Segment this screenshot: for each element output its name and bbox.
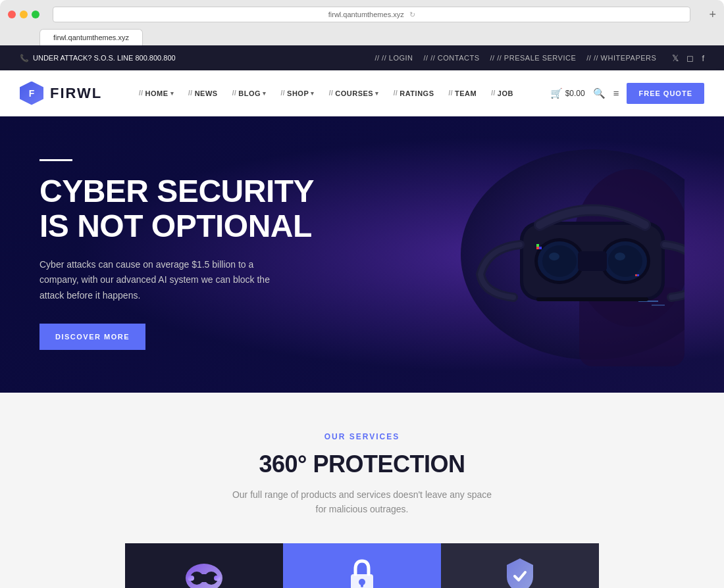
svg-rect-15 xyxy=(539,247,542,249)
refresh-icon[interactable]: ↻ xyxy=(409,11,415,19)
phone-icon: 📞 xyxy=(20,54,29,62)
contacts-link[interactable]: // CONTACTS xyxy=(424,54,480,62)
card-1-icon xyxy=(181,553,227,588)
svg-point-12 xyxy=(615,253,625,260)
card-3-svg xyxy=(497,553,543,588)
service-card-3-icon-area xyxy=(441,543,599,588)
cart-button[interactable]: 🛒 $0.00 xyxy=(550,87,585,99)
card-1-svg xyxy=(181,553,227,588)
nav-actions: 🛒 $0.00 🔍 ≡ FREE QUOTE xyxy=(550,83,704,104)
browser-tab-bar: firwl.qantumthemes.xyz xyxy=(0,29,724,45)
browser-titlebar: firwl.qantumthemes.xyz ↻ + xyxy=(0,7,724,29)
services-label: OUR SERVICES xyxy=(20,432,704,441)
top-bar: 📞 UNDER ATTACK? S.O.S. LINE 800.800.800 … xyxy=(0,45,724,70)
login-link[interactable]: // LOGIN xyxy=(375,54,413,62)
card-2-icon xyxy=(339,553,385,588)
cart-icon: 🛒 xyxy=(550,87,563,99)
main-nav: F FIRWL HOME ▾ NEWS BLOG ▾ SHOP ▾ COURSE… xyxy=(0,70,724,116)
services-description: Our full range of products and services … xyxy=(230,487,494,517)
service-card-2-icon-area xyxy=(283,543,441,588)
hero-accent-line xyxy=(39,159,72,161)
svg-rect-14 xyxy=(536,247,539,249)
minimize-button[interactable] xyxy=(20,11,28,18)
nav-ratings[interactable]: RATINGS xyxy=(387,84,441,103)
card-2-svg xyxy=(339,553,385,588)
search-button[interactable]: 🔍 xyxy=(593,87,606,99)
service-card-2[interactable] xyxy=(283,543,441,588)
svg-rect-30 xyxy=(361,582,363,587)
url-text: firwl.qantumthemes.xyz xyxy=(328,11,404,18)
free-quote-button[interactable]: FREE QUOTE xyxy=(627,83,704,104)
nav-news[interactable]: NEWS xyxy=(182,84,224,103)
address-bar[interactable]: firwl.qantumthemes.xyz ↻ xyxy=(53,7,690,22)
service-card-3[interactable] xyxy=(441,543,599,588)
vr-svg xyxy=(408,143,685,366)
top-bar-right: // LOGIN // CONTACTS // PRESALE SERVICE … xyxy=(375,53,704,63)
card-3-icon xyxy=(497,553,543,588)
facebook-icon[interactable]: f xyxy=(702,53,704,63)
twitter-icon[interactable]: 𝕏 xyxy=(672,53,679,63)
hero-title: CYBER SECURITY IS NOT OPTIONAL xyxy=(39,174,316,244)
svg-rect-26 xyxy=(188,576,194,581)
services-section: OUR SERVICES 360° PROTECTION Our full ra… xyxy=(0,393,724,588)
svg-rect-17 xyxy=(635,274,637,276)
discover-more-button[interactable]: DISCOVER MORE xyxy=(39,324,145,350)
new-tab-button[interactable]: + xyxy=(709,8,716,22)
svg-rect-18 xyxy=(637,274,639,276)
courses-dropdown-icon: ▾ xyxy=(375,90,379,97)
cart-amount: $0.00 xyxy=(565,89,585,98)
svg-rect-27 xyxy=(214,576,220,581)
blog-dropdown-icon: ▾ xyxy=(263,90,267,97)
svg-rect-20 xyxy=(652,305,665,306)
browser-window: firwl.qantumthemes.xyz ↻ + firwl.qantumt… xyxy=(0,0,724,45)
hamburger-button[interactable]: ≡ xyxy=(613,87,619,99)
logo-icon: F xyxy=(20,82,43,105)
service-card-1[interactable] xyxy=(125,543,283,588)
service-card-1-icon-area xyxy=(125,543,283,588)
home-dropdown-icon: ▾ xyxy=(170,90,174,97)
svg-rect-13 xyxy=(578,251,607,271)
nav-home[interactable]: HOME ▾ xyxy=(132,84,180,103)
logo[interactable]: F FIRWL xyxy=(20,82,102,105)
nav-team[interactable]: TEAM xyxy=(442,84,483,103)
svg-rect-21 xyxy=(536,297,648,301)
logo-letter: F xyxy=(29,88,35,99)
logo-text: FIRWL xyxy=(50,85,102,102)
under-attack-text: UNDER ATTACK? S.O.S. LINE 800.800.800 xyxy=(33,54,176,62)
presale-link[interactable]: // PRESALE SERVICE xyxy=(490,54,577,62)
svg-point-8 xyxy=(549,253,559,260)
nav-menu: HOME ▾ NEWS BLOG ▾ SHOP ▾ COURSES ▾ RATI… xyxy=(132,84,520,103)
services-title: 360° PROTECTION xyxy=(20,451,704,478)
nav-blog[interactable]: BLOG ▾ xyxy=(226,84,273,103)
svg-rect-25 xyxy=(201,574,207,582)
whitepapers-link[interactable]: // WHITEPAPERS xyxy=(586,54,656,62)
instagram-icon[interactable]: ◻ xyxy=(686,53,694,63)
svg-point-7 xyxy=(542,245,577,277)
maximize-button[interactable] xyxy=(32,11,39,18)
top-bar-left: 📞 UNDER ATTACK? S.O.S. LINE 800.800.800 xyxy=(20,54,176,62)
nav-shop[interactable]: SHOP ▾ xyxy=(274,84,321,103)
nav-job[interactable]: JOB xyxy=(484,84,520,103)
close-button[interactable] xyxy=(8,11,16,18)
hero-content: CYBER SECURITY IS NOT OPTIONAL Cyber att… xyxy=(0,159,355,350)
vr-device-illustration xyxy=(408,143,685,366)
social-links: 𝕏 ◻ f xyxy=(672,53,704,63)
hero-description: Cyber attacks can cause on average $1.5 … xyxy=(39,257,290,304)
browser-tab[interactable]: firwl.qantumthemes.xyz xyxy=(39,29,143,45)
browser-dots xyxy=(8,11,39,18)
nav-courses[interactable]: COURSES ▾ xyxy=(323,84,386,103)
services-cards xyxy=(20,543,704,588)
shop-dropdown-icon: ▾ xyxy=(311,90,315,97)
svg-point-11 xyxy=(608,245,642,277)
hero-section: CYBER SECURITY IS NOT OPTIONAL Cyber att… xyxy=(0,116,724,393)
svg-rect-16 xyxy=(536,244,539,247)
